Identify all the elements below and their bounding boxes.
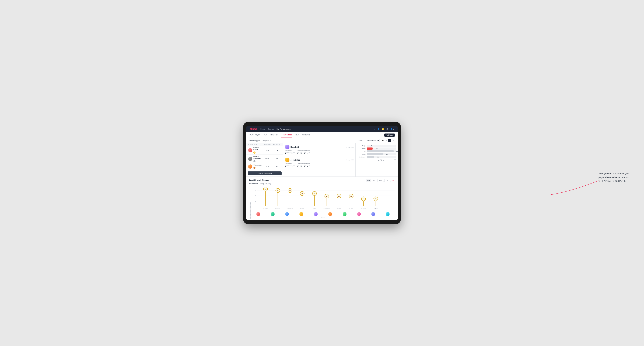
arrow-icon: ← (270, 178, 273, 182)
view-leaderboard-button[interactable]: View Full Leaderboard (248, 172, 282, 175)
svg-text:3x: 3x (363, 198, 364, 200)
mini-avatar (371, 212, 375, 216)
svg-text:5x: 5x (314, 193, 315, 194)
bell-icon[interactable]: 🔔 (382, 128, 384, 130)
player-col (256, 212, 260, 216)
team-name: Team Clippd (249, 140, 260, 142)
svg-text:0: 0 (255, 206, 256, 207)
svg-text:4: 4 (255, 195, 256, 197)
svg-text:5x: 5x (302, 193, 303, 194)
subnav-hcaps[interactable]: Hcaps 1-5 (270, 132, 279, 138)
view-icons: ⬛ ☰ ∷ ≡ (381, 139, 395, 142)
bar-chart: Eagles 3 Birdies (357, 145, 396, 158)
col-player-name: PLAYER NAME (248, 144, 262, 145)
tablet-device: clippd Home Teams My Performance ⌕ 👤 🔔 ⚙… (243, 122, 401, 224)
list-view-btn[interactable]: ☰ (385, 139, 388, 142)
subnav-all-players[interactable]: All Players (301, 132, 310, 138)
subnav-pga[interactable]: PGA (263, 132, 268, 138)
period-select[interactable]: Last 3 months (364, 139, 380, 142)
card-view-btn[interactable]: ∷ (388, 139, 391, 142)
streaks-header: Best Round Streaks ← OTT APP ARG PUTT ← (249, 178, 395, 182)
top-section: PLAYER NAME PB SCORE PB AVG SQ Richard B… (246, 143, 398, 177)
user-icon[interactable]: 👤 (377, 128, 380, 130)
streak-chart-container: Best Streak, Fairway Accuracy 0 (249, 185, 395, 219)
streak-svg: 0 2 4 6 7x E. Ebert (251, 185, 395, 210)
player-score: 18/20 (262, 158, 272, 160)
rank-badge: 1 (254, 152, 256, 154)
svg-text:6x: 6x (289, 190, 291, 191)
card-player-name: Rees Britt (290, 146, 299, 148)
table-view-btn[interactable]: ≡ (392, 139, 395, 142)
mini-avatar (256, 212, 260, 216)
mini-avatar (285, 212, 289, 216)
player-info: Richard Butler 1 (248, 147, 262, 154)
player-row[interactable]: Richard Butler 1 19/20 110 (246, 146, 283, 155)
logo: clippd (250, 128, 256, 130)
annotation-text: Here you can see streaks your players ha… (598, 172, 634, 183)
streaks-title: Best Round Streaks ← (249, 178, 273, 182)
player-row[interactable]: Edward Crossman 2 18/20 107 (246, 155, 283, 163)
mini-avatar (271, 212, 274, 216)
bar-row-pars: Pars 499 (357, 150, 396, 152)
grid-view-btn[interactable]: ⬛ (381, 139, 384, 142)
player-col (343, 212, 346, 216)
player-col (371, 212, 375, 216)
leaderboard-header: PLAYER NAME PB SCORE PB AVG SQ (246, 143, 283, 146)
player-avg: 110 (272, 149, 281, 151)
avatar (248, 165, 252, 169)
filter-putt[interactable]: PUTT (384, 179, 391, 182)
annotation-line-svg (546, 177, 600, 198)
svg-text:R. Britt: R. Britt (313, 207, 316, 209)
filter-buttons: OTT APP ARG PUTT ← (366, 179, 395, 182)
bar-row-birdies: Birdies 96 (357, 148, 396, 150)
player-row[interactable]: Cameron... 3 17/20 103 (246, 163, 283, 170)
player-name: Edward Crossman (254, 156, 262, 159)
player-col (285, 212, 289, 216)
nav-home[interactable]: Home (260, 127, 265, 131)
svg-text:B. Ford: B. Ford (337, 207, 341, 209)
add-team-button[interactable]: Add Team (384, 134, 395, 137)
y-axis-label: Best Streak, Fairway Accuracy (249, 185, 251, 219)
nav-teams[interactable]: Teams (268, 127, 274, 131)
show-label: Show (358, 140, 362, 141)
bar-row-d-bogeys: D. Bogeys + 131 (357, 156, 396, 158)
navbar-links: Home Teams My Performance (260, 127, 374, 131)
search-icon[interactable]: ⌕ (374, 128, 376, 130)
subnav-tour[interactable]: Tour (295, 132, 299, 138)
streak-chart: 0 2 4 6 7x E. Ebert (251, 185, 395, 219)
nav-my-performance[interactable]: My Performance (276, 127, 291, 131)
streaks-section: Best Round Streaks ← OTT APP ARG PUTT ← … (246, 177, 398, 220)
leaderboard-panel: PLAYER NAME PB SCORE PB AVG SQ Richard B… (246, 143, 283, 176)
total-rounds-label: Total Rounds (285, 150, 295, 151)
subnav-team-clippd[interactable]: Team Clippd (281, 132, 292, 138)
bar-chart-panel: Eagles 3 Birdies (356, 143, 398, 176)
svg-text:D. Billingham: D. Billingham (287, 207, 293, 209)
filter-app[interactable]: APP (372, 179, 378, 182)
player-count: 14 Players (260, 140, 269, 142)
edit-icon[interactable]: ✎ (270, 140, 272, 142)
total-practice-label: Total Practice Activities (297, 150, 310, 151)
filter-ott[interactable]: OTT (366, 179, 371, 182)
player-score: 17/20 (262, 166, 272, 168)
filter-arrow-icon: ← (392, 179, 395, 182)
chart-axis: 0 200 400 (357, 159, 396, 160)
rank-badge: 2 (254, 160, 256, 162)
player-col (386, 212, 390, 216)
card-player-name: Josh Coles (290, 159, 300, 161)
team-header: Team Clippd 14 Players ✎ Show Last 3 mon… (246, 138, 398, 143)
chart-subtitle: Off The Tee, Fairway Accuracy (249, 183, 395, 184)
filter-arg[interactable]: ARG (378, 179, 384, 182)
svg-text:2: 2 (255, 200, 256, 202)
profile-icon[interactable]: 👤▾ (390, 128, 394, 130)
subnav-pgat[interactable]: PGAT Players (249, 132, 261, 138)
svg-text:R. Butler: R. Butler (361, 207, 366, 209)
players-x-label: Players (251, 217, 395, 219)
col-pb-score: PB SCORE (262, 144, 272, 145)
mini-avatar (328, 212, 332, 216)
mini-avatar (357, 212, 361, 216)
svg-text:B. McHerg: B. McHerg (275, 207, 280, 209)
svg-text:E. Crossman: E. Crossman (324, 207, 330, 209)
settings-icon[interactable]: ⚙ (386, 128, 388, 130)
mini-avatar (386, 212, 390, 216)
player-col (357, 212, 361, 216)
